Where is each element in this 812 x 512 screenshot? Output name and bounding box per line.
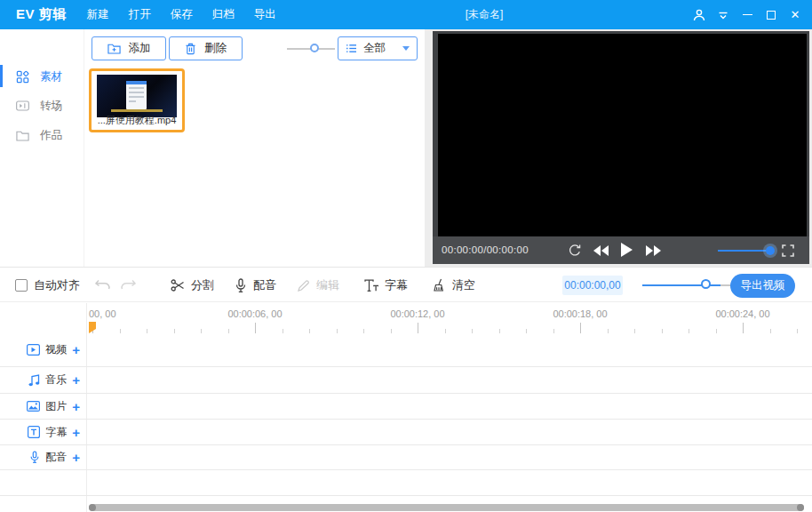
thumbnail-caption-art: [111, 109, 163, 112]
track-name: 配音: [45, 450, 67, 465]
sidebar-label: 素材: [40, 69, 62, 84]
track-label-dub: 配音 +: [0, 445, 86, 469]
ruler-label: 00, 00: [89, 308, 116, 319]
image-track-icon: [27, 401, 40, 412]
track-row-image: 图片 +: [0, 394, 812, 420]
material-clip-card[interactable]: ...屏使用教程.mp4: [89, 68, 185, 132]
export-video-button[interactable]: 导出视频: [730, 274, 795, 298]
dub-track-icon: [29, 451, 40, 464]
subtitle-track-lane: [86, 420, 812, 444]
zoom-slider-thumb[interactable]: [701, 279, 711, 289]
replay-button[interactable]: [568, 243, 582, 258]
track-label-video: 视频 +: [0, 333, 86, 366]
delete-button[interactable]: 删除: [169, 36, 243, 60]
preview-screen: [438, 34, 807, 236]
add-video-button[interactable]: +: [72, 343, 80, 356]
undo-button[interactable]: [94, 268, 111, 303]
add-image-button[interactable]: +: [72, 400, 80, 413]
track-name: 图片: [45, 399, 67, 414]
clear-button[interactable]: 清空: [432, 268, 475, 303]
music-track-lane: [86, 367, 812, 393]
ruler-tick: [580, 323, 581, 333]
transition-icon: [16, 100, 29, 111]
track-name: 音乐: [45, 372, 67, 388]
track-label-subtitle: 字幕 +: [0, 420, 86, 444]
video-track-lane: [86, 333, 812, 366]
ruler-label: 00:00:18, 00: [553, 308, 607, 319]
current-time-field[interactable]: 00:00:00,00: [562, 276, 623, 295]
grid-icon: [16, 70, 29, 84]
scissors-icon: [171, 278, 185, 292]
menu-item-archive[interactable]: 归档: [208, 4, 239, 26]
fullscreen-button[interactable]: [782, 243, 794, 258]
clear-label: 清空: [452, 277, 475, 293]
track-label-music: 音乐 +: [0, 367, 86, 393]
sidebar-item-materials[interactable]: 素材: [0, 65, 84, 88]
sidebar-item-works[interactable]: 作品: [0, 124, 84, 147]
timeline-zoom-slider[interactable]: [642, 284, 720, 286]
ruler-tick: [255, 323, 256, 333]
folder-icon: [16, 130, 29, 141]
auto-align-label: 自动对齐: [34, 277, 80, 293]
ruler-label: 00:00:24, 00: [715, 308, 769, 319]
ruler-label: 00:00:06, 00: [227, 308, 282, 319]
menu-item-save[interactable]: 保存: [166, 4, 197, 26]
play-button[interactable]: [621, 242, 633, 257]
subtitle-label: 字幕: [385, 277, 408, 293]
microphone-icon: [235, 278, 247, 293]
filter-dropdown[interactable]: 全部: [338, 36, 418, 60]
menu-item-new[interactable]: 新建: [83, 4, 114, 26]
slider-thumb[interactable]: [310, 44, 319, 52]
delete-button-label: 删除: [204, 41, 227, 56]
list-icon: [346, 44, 357, 53]
user-icon[interactable]: [691, 7, 707, 23]
materials-panel: 添加 删除 全部 ...屏使用教程.mp4: [85, 29, 425, 267]
preview-area: 00:00:00/00:00:00: [425, 29, 812, 267]
menu-item-open[interactable]: 打开: [124, 4, 155, 26]
track-label-image: 图片 +: [0, 394, 86, 419]
edit-label: 编辑: [316, 277, 339, 293]
app-window: EV 剪辑 新建 打开 保存 归档 导出 [未命名] ✕ 素材: [0, 0, 812, 512]
add-dub-button[interactable]: +: [72, 451, 80, 464]
auto-align-control[interactable]: 自动对齐: [15, 268, 80, 303]
split-button[interactable]: 分割: [171, 268, 214, 303]
menu-item-export[interactable]: 导出: [250, 4, 281, 26]
add-button-label: 添加: [129, 41, 151, 56]
auto-align-checkbox[interactable]: [15, 279, 28, 292]
volume-slider[interactable]: [718, 250, 770, 252]
music-track-icon: [28, 374, 40, 387]
minimize-button[interactable]: [739, 7, 755, 23]
dub-button[interactable]: 配音: [235, 268, 276, 303]
replay-icon: [568, 244, 582, 258]
split-label: 分割: [191, 277, 214, 293]
volume-thumb[interactable]: [766, 246, 775, 255]
thumbnail-size-slider[interactable]: [287, 48, 335, 50]
maximize-button[interactable]: [763, 7, 779, 23]
edit-toolbar: 自动对齐 分割 配音 编辑 字幕 清空 00:00:00,00: [0, 267, 812, 302]
horizontal-scrollbar[interactable]: [89, 504, 804, 511]
folder-plus-icon: [107, 43, 121, 54]
skin-dropdown-icon[interactable]: [715, 7, 731, 23]
add-subtitle-button[interactable]: +: [72, 426, 80, 439]
close-button[interactable]: ✕: [787, 7, 803, 23]
sidebar-label: 作品: [40, 128, 62, 143]
timeline-ruler[interactable]: 00, 00 00:00:06, 00 00:00:12, 00 00:00:1…: [0, 303, 812, 333]
sidebar-item-transitions[interactable]: 转场: [0, 94, 84, 117]
preview-timecode: 00:00:00/00:00:00: [442, 244, 529, 255]
redo-button[interactable]: [120, 268, 137, 303]
filter-value: 全部: [363, 41, 386, 56]
track-row-video: 视频 +: [0, 333, 812, 367]
ruler-tick: [418, 323, 418, 333]
add-button[interactable]: 添加: [92, 36, 166, 60]
window-controls: ✕: [691, 0, 803, 29]
add-music-button[interactable]: +: [72, 373, 80, 387]
video-thumbnail: [97, 75, 177, 117]
track-name: 字幕: [45, 425, 67, 440]
ruler-tick: [743, 323, 744, 333]
titlebar: EV 剪辑 新建 打开 保存 归档 导出 [未命名] ✕: [0, 0, 812, 29]
rewind-button[interactable]: [593, 243, 609, 258]
fast-forward-button[interactable]: [646, 243, 661, 258]
edit-button[interactable]: 编辑: [297, 268, 339, 303]
track-row-music: 音乐 +: [0, 367, 812, 394]
subtitle-button[interactable]: 字幕: [364, 268, 408, 303]
